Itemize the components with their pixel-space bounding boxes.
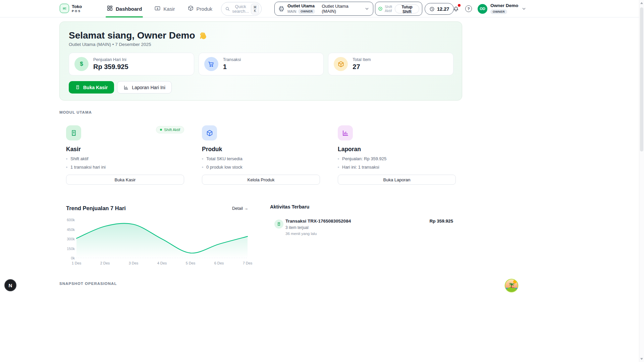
section-title-modul-utama: MODUL UTAMA — [59, 110, 92, 114]
open-reports-button[interactable]: Buka Laporan — [338, 175, 456, 185]
tab-kasir[interactable]: $ Kasir — [154, 0, 175, 17]
today-report-button[interactable]: Laporan Hari Ini — [117, 81, 172, 94]
module-bullet: Total SKU tersedia — [202, 156, 320, 161]
close-shift-button[interactable]: Tutup Shift — [395, 4, 419, 13]
status-dot — [160, 129, 162, 131]
box-icon — [202, 125, 217, 140]
printer-icon — [278, 5, 285, 12]
app-window: Toko POS Dashboard $ Kasir Produk Lapora… — [0, 0, 644, 362]
transaction-subtitle: 3 item terjual — [285, 225, 453, 230]
clock-time: 12.27 — [437, 6, 449, 12]
outlet-selector[interactable]: Outlet Utama MAIN OWNER Outlet Utama (MA… — [274, 2, 373, 16]
shortcut-badge: ⌘ K — [251, 4, 259, 14]
stats-row: $ Penjualan Hari Ini Rp 359.925 Transaks… — [69, 53, 453, 75]
tab-label: Dashboard — [116, 6, 142, 12]
user-menu[interactable]: OD Owner Demo OWNER — [478, 3, 527, 14]
search-icon — [225, 6, 230, 11]
outlet-code: MAIN — [287, 9, 296, 13]
y-tick-label: 150k — [67, 246, 75, 251]
page-title: Selamat siang, Owner Demo — [69, 30, 208, 41]
x-tick-label: 6 Des — [214, 261, 224, 265]
hero-subtitle: Outlet Utama (MAIN) • 7 Desember 2025 — [69, 42, 151, 47]
y-axis-labels: 600k450k300k150k0k — [66, 218, 75, 260]
x-tick-label: 3 Des — [129, 261, 139, 265]
manage-products-button[interactable]: Kelola Produk — [202, 175, 320, 185]
y-tick-label: 0k — [71, 256, 75, 260]
y-tick-label: 300k — [67, 237, 75, 241]
x-tick-label: 5 Des — [186, 261, 196, 265]
cmd-key: ⌘ — [253, 5, 257, 9]
avatar: OD — [478, 4, 487, 14]
module-bullet: Shift aktif — [66, 156, 184, 161]
module-bullet: 1 transaksi hari ini — [66, 165, 184, 170]
scroll-down-arrow[interactable] — [640, 358, 643, 360]
transaction-time: 36 menit yang lalu — [285, 232, 453, 236]
open-cashier-module-button[interactable]: Buka Kasir — [66, 175, 184, 185]
sales-trend-chart: Trend Penjualan 7 Hari Detail → 600k450k… — [66, 205, 253, 272]
help-button[interactable]: ? — [465, 5, 472, 12]
module-bullet: Penjualan: Rp 359.925 — [338, 156, 456, 161]
box-icon — [334, 57, 348, 71]
logo-icon — [60, 4, 69, 13]
trend-chart-svg — [76, 220, 252, 258]
dev-tools-badge[interactable]: N — [4, 279, 16, 291]
outlet-role-badge: OWNER — [298, 9, 315, 14]
module-card-produk: Produk Total SKU tersedia 0 produk low s… — [202, 125, 320, 185]
svg-text:$: $ — [157, 7, 159, 10]
shift-status-label: Shift Aktif — [385, 5, 393, 13]
module-bullet: Hari ini: 1 transaksi — [338, 165, 456, 170]
clock-icon — [429, 6, 435, 12]
page-scrollbar[interactable] — [639, 0, 644, 362]
cash-register-icon: $ — [154, 5, 161, 12]
receipt-icon — [75, 85, 80, 90]
user-role-badge: OWNER — [490, 9, 507, 14]
stat-value: 1 — [223, 63, 241, 71]
notification-dot — [458, 4, 461, 7]
notifications-button[interactable] — [452, 5, 460, 12]
wave-hand-icon — [199, 31, 208, 40]
clock-widget[interactable]: 12.27 — [425, 3, 454, 15]
scroll-up-arrow[interactable] — [640, 2, 643, 4]
y-tick-label: 450k — [67, 227, 75, 232]
dashboard-grid-icon — [107, 5, 113, 12]
logo-text-line1: Toko — [72, 4, 82, 9]
outlet-name: Outlet Utama — [287, 4, 315, 8]
module-bullet: 0 produk low stock — [202, 165, 320, 170]
x-tick-label: 4 Des — [157, 261, 167, 265]
island-widget-icon[interactable] — [504, 279, 519, 293]
tab-dashboard[interactable]: Dashboard — [107, 0, 142, 17]
scrollbar-thumb[interactable] — [640, 7, 643, 152]
module-card-laporan: Laporan Penjualan: Rp 359.925 Hari ini: … — [338, 125, 456, 185]
receipt-icon — [66, 125, 81, 140]
welcome-card: Selamat siang, Owner Demo Outlet Utama (… — [59, 21, 462, 101]
quick-search[interactable]: Quick search... ⌘ K — [221, 2, 262, 16]
chevron-down-icon — [521, 6, 527, 11]
stat-card-penjualan: $ Penjualan Hari Ini Rp 359.925 — [69, 53, 194, 75]
activity-title: Aktivitas Terbaru — [270, 204, 453, 209]
user-name: Owner Demo — [490, 3, 518, 8]
tab-label: Produk — [197, 6, 213, 12]
stat-value: 27 — [353, 63, 371, 71]
module-title: Laporan — [338, 146, 456, 153]
module-title: Kasir — [66, 146, 184, 153]
bar-chart-icon — [123, 85, 129, 90]
tab-produk[interactable]: Produk — [187, 0, 213, 17]
section-title-snapshot: SNAPSHOT OPERASIONAL — [59, 282, 117, 286]
receipt-icon — [274, 220, 283, 229]
app-logo: Toko POS — [60, 4, 82, 13]
dollar-icon: $ — [74, 57, 89, 71]
stat-label: Penjualan Hari Ini — [93, 57, 128, 62]
open-cashier-button[interactable]: Buka Kasir — [69, 81, 114, 94]
logo-text-line2: POS — [72, 9, 82, 13]
x-tick-label: 2 Des — [100, 261, 110, 265]
chart-detail-link[interactable]: Detail → — [232, 206, 248, 211]
box-icon — [187, 5, 194, 12]
chevron-down-icon — [364, 6, 370, 11]
y-tick-label: 600k — [67, 218, 75, 222]
module-card-kasir: Shift Aktif Kasir Shift aktif 1 transaks… — [66, 125, 184, 185]
k-key: K — [254, 9, 256, 13]
activity-list-item[interactable]: Transaksi TRX-1765083052084 3 item terju… — [270, 219, 453, 236]
shift-active-icon — [378, 6, 383, 11]
outlet-selected-value: Outlet Utama (MAIN) — [322, 4, 362, 14]
stat-label: Transaksi — [223, 57, 241, 62]
